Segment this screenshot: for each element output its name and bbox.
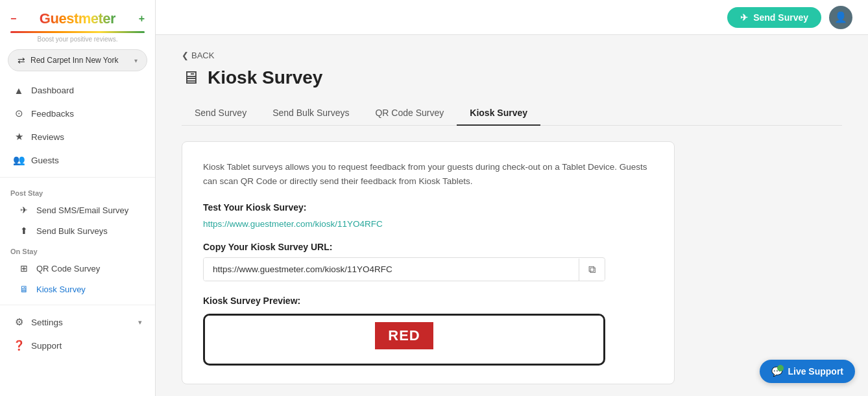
kiosk-title-icon: 🖥 bbox=[182, 67, 200, 88]
preview-frame: RED bbox=[203, 314, 605, 366]
nav-divider bbox=[0, 177, 155, 178]
sidebar-item-label: QR Code Survey bbox=[36, 264, 100, 274]
send-sms-icon: ✈ bbox=[18, 205, 30, 215]
sidebar-item-label: Settings bbox=[31, 318, 63, 327]
tabs: Send Survey Send Bulk Surveys QR Code Su… bbox=[182, 101, 842, 126]
settings-icon: ⚙ bbox=[13, 316, 25, 328]
hotel-name: Red Carpet Inn New York bbox=[30, 56, 118, 65]
url-input-row: ⧉ bbox=[203, 257, 605, 281]
logo-underline bbox=[10, 31, 145, 33]
logo-plus-icon: + bbox=[139, 13, 145, 25]
sidebar: − Guestmeter + Boost your positive revie… bbox=[0, 0, 156, 396]
tab-send-bulk-surveys[interactable]: Send Bulk Surveys bbox=[259, 101, 362, 126]
sidebar-item-send-sms-email[interactable]: ✈ Send SMS/Email Survey bbox=[0, 200, 155, 220]
preview-label: Kiosk Survey Preview: bbox=[203, 296, 653, 306]
sidebar-header: − Guestmeter + bbox=[0, 0, 155, 30]
feedbacks-icon: ⊙ bbox=[13, 108, 25, 119]
content-area: ❮ BACK 🖥 Kiosk Survey Send Survey Send B… bbox=[156, 35, 868, 396]
test-kiosk-label: Test Your Kiosk Survey: bbox=[203, 202, 653, 213]
guests-icon: 👥 bbox=[13, 154, 25, 166]
sidebar-item-kiosk-survey[interactable]: 🖥 Kiosk Survey bbox=[0, 279, 155, 299]
sidebar-item-dashboard[interactable]: ▲ Dashboard bbox=[0, 79, 155, 102]
live-support-label: Live Support bbox=[788, 366, 843, 377]
page-title-row: 🖥 Kiosk Survey bbox=[182, 67, 842, 88]
back-arrow-icon: ❮ bbox=[182, 51, 189, 60]
live-support-dot bbox=[777, 365, 784, 371]
logo-minus-icon: − bbox=[10, 13, 16, 25]
sidebar-item-label: Send SMS/Email Survey bbox=[36, 205, 128, 215]
on-stay-section-label: On Stay bbox=[0, 241, 155, 258]
tab-qr-code-survey[interactable]: QR Code Survey bbox=[362, 101, 457, 126]
sidebar-item-label: Reviews bbox=[31, 132, 64, 142]
logo-text: Guestmeter bbox=[40, 10, 115, 27]
sidebar-item-label: Send Bulk Surveys bbox=[36, 226, 108, 236]
back-link[interactable]: ❮ BACK bbox=[182, 51, 842, 60]
sidebar-item-label: Guests bbox=[31, 156, 59, 165]
card-description: Kiosk Tablet surveys allows you to reque… bbox=[203, 160, 653, 188]
test-kiosk-url[interactable]: https://www.guestmeter.com/kiosk/11YO4RF… bbox=[203, 219, 383, 229]
tab-send-survey[interactable]: Send Survey bbox=[182, 101, 259, 126]
support-icon: ❓ bbox=[13, 340, 25, 351]
settings-chevron-icon: ▾ bbox=[138, 318, 142, 327]
sidebar-item-label: Dashboard bbox=[31, 86, 74, 95]
live-support-widget[interactable]: 💬 Live Support bbox=[760, 360, 855, 383]
sidebar-item-label: Support bbox=[31, 341, 62, 351]
user-icon: 👤 bbox=[834, 11, 847, 23]
send-icon: ✈ bbox=[740, 12, 748, 23]
sidebar-item-settings[interactable]: ⚙ Settings ▾ bbox=[0, 310, 155, 334]
topbar: ✈ Send Survey 👤 bbox=[156, 0, 868, 35]
preview-banner: RED bbox=[375, 322, 433, 349]
sidebar-item-guests[interactable]: 👥 Guests bbox=[0, 148, 155, 172]
live-support-icon-wrap: 💬 bbox=[771, 366, 782, 377]
send-survey-button[interactable]: ✈ Send Survey bbox=[727, 7, 821, 28]
hotel-selector[interactable]: ⇄ Red Carpet Inn New York ▾ bbox=[8, 49, 147, 71]
dashboard-icon: ▲ bbox=[13, 85, 25, 96]
preview-inner: RED bbox=[205, 316, 603, 356]
sidebar-item-qr-code[interactable]: ⊞ QR Code Survey bbox=[0, 258, 155, 279]
sidebar-item-feedbacks[interactable]: ⊙ Feedbacks bbox=[0, 102, 155, 125]
send-bulk-icon: ⬆ bbox=[18, 226, 30, 236]
back-label: BACK bbox=[191, 51, 214, 60]
copy-icon: ⧉ bbox=[588, 264, 596, 275]
user-avatar-button[interactable]: 👤 bbox=[829, 6, 852, 29]
tab-kiosk-survey[interactable]: Kiosk Survey bbox=[457, 101, 540, 126]
main: ✈ Send Survey 👤 ❮ BACK 🖥 Kiosk Survey Se… bbox=[156, 0, 868, 396]
sidebar-nav: ▲ Dashboard ⊙ Feedbacks ★ Reviews 👥 Gues… bbox=[0, 79, 155, 362]
preview-section: Kiosk Survey Preview: RED bbox=[203, 296, 653, 366]
chevron-down-icon: ▾ bbox=[134, 57, 138, 64]
hotel-icon: ⇄ bbox=[18, 55, 25, 65]
copy-url-button[interactable]: ⧉ bbox=[579, 259, 605, 281]
sidebar-item-send-bulk[interactable]: ⬆ Send Bulk Surveys bbox=[0, 220, 155, 241]
sidebar-item-label: Feedbacks bbox=[31, 109, 74, 119]
page-title: Kiosk Survey bbox=[208, 67, 322, 88]
kiosk-survey-card: Kiosk Tablet surveys allows you to reque… bbox=[182, 141, 675, 384]
sidebar-item-reviews[interactable]: ★ Reviews bbox=[0, 125, 155, 148]
sidebar-item-support[interactable]: ❓ Support bbox=[0, 334, 155, 357]
nav-divider-2 bbox=[0, 305, 155, 305]
qr-code-icon: ⊞ bbox=[18, 263, 30, 274]
sidebar-item-label: Kiosk Survey bbox=[36, 285, 86, 294]
sidebar-tagline: Boost your positive reviews. bbox=[0, 36, 155, 43]
post-stay-section-label: Post Stay bbox=[0, 183, 155, 200]
kiosk-icon: 🖥 bbox=[18, 284, 30, 294]
send-survey-label: Send Survey bbox=[753, 12, 808, 23]
kiosk-url-input[interactable] bbox=[204, 258, 579, 281]
copy-url-label: Copy Your Kiosk Survey URL: bbox=[203, 242, 653, 252]
reviews-icon: ★ bbox=[13, 131, 25, 143]
